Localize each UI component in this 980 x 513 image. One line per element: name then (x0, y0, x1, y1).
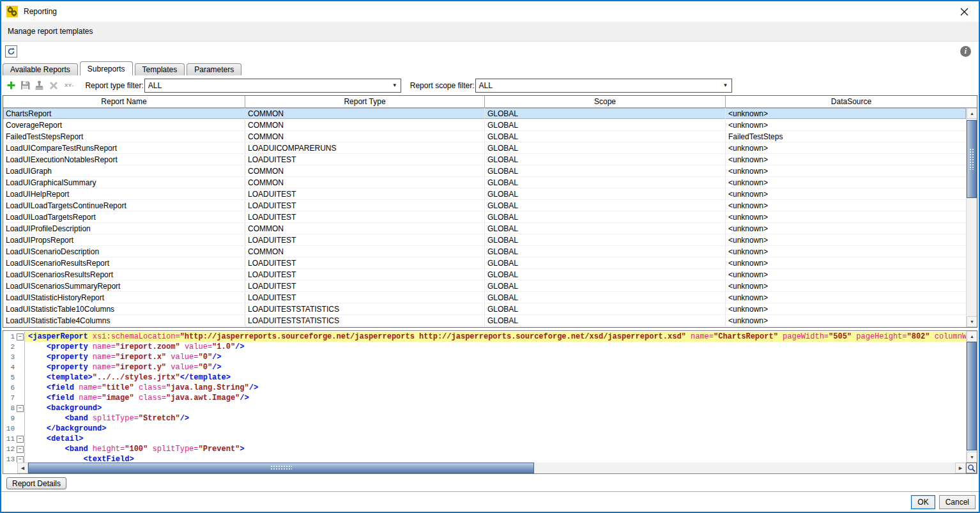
table-row[interactable]: LoadUIGraphCOMMONGLOBAL<unknown> (3, 165, 966, 177)
cell-name: LoadUILoadTargetsContinueReport (3, 200, 245, 211)
editor-scrollbar-thumb[interactable] (967, 342, 977, 450)
tab-templates[interactable]: Templates (135, 63, 185, 75)
scrollbar-track[interactable] (534, 463, 955, 473)
report-scope-filter-select[interactable]: ALL ▼ (475, 79, 732, 93)
scroll-down-button[interactable]: ▼ (967, 452, 977, 463)
scroll-right-button[interactable]: ▶ (955, 463, 966, 473)
column-header-report-name[interactable]: Report Name (3, 96, 245, 107)
table-row[interactable]: LoadUIProfileDescriptionCOMMONGLOBAL<unk… (3, 223, 966, 234)
xy-properties-button[interactable]: XY- (65, 82, 73, 88)
scroll-left-button[interactable]: ◀ (17, 463, 28, 473)
cell-type: LOADUITEST (245, 211, 485, 222)
table-row[interactable]: FailedTestStepsReportCOMMONGLOBALFailedT… (3, 131, 966, 142)
scroll-up-button[interactable]: ▲ (967, 331, 977, 342)
table-row[interactable]: LoadUILoadTargetsReportLOADUITESTGLOBAL<… (3, 211, 966, 223)
editor-vertical-scrollbar[interactable]: ▲ ▼ (966, 331, 977, 463)
zoom-button[interactable] (966, 463, 977, 473)
table-row[interactable]: LoadUIPropsReportLOADUITESTGLOBAL<unknow… (3, 234, 966, 246)
refresh-button[interactable] (5, 45, 17, 57)
cell-scope: GLOBAL (485, 108, 726, 119)
editor-horizontal-scrollbar[interactable]: ◀ ▶ (17, 463, 966, 473)
cell-name: LoadUILoadTargetsReport (3, 211, 245, 222)
fold-marker-icon[interactable] (16, 446, 24, 453)
delete-button[interactable] (47, 79, 59, 91)
table-row[interactable]: LoadUIStatisticHistoryReportLOADUITESTGL… (3, 292, 966, 303)
ok-button[interactable]: OK (911, 495, 935, 509)
cell-name: FailedTestStepsReport (3, 131, 245, 142)
table-row[interactable]: ChartsReportCOMMONGLOBAL<unknown> (3, 108, 966, 119)
cell-scope: GLOBAL (485, 188, 726, 199)
cell-scope: GLOBAL (485, 280, 726, 291)
close-button[interactable] (954, 3, 974, 20)
code-line: 7 <field name="image" class="java.awt.Im… (3, 393, 966, 403)
table-scrollbar-thumb[interactable] (967, 120, 977, 198)
tab-label: Parameters (194, 65, 234, 74)
fold-marker-icon[interactable] (16, 436, 24, 443)
cell-scope: GLOBAL (485, 177, 726, 188)
jrxml-code-editor[interactable]: 1<jasperReport xsi:schemaLocation="http:… (3, 330, 977, 474)
cell-type: LOADUITEST (245, 188, 485, 199)
column-header-report-type[interactable]: Report Type (245, 96, 485, 107)
table-row[interactable]: LoadUIScenariosSummaryReportLOADUITESTGL… (3, 280, 966, 292)
cell-name: LoadUIStatisticTable4Columns (3, 315, 245, 326)
code-line: 13 <textField> (3, 454, 966, 463)
fold-marker-icon[interactable] (16, 456, 24, 463)
info-icon[interactable]: i (960, 46, 971, 57)
chevron-down-icon: ▼ (723, 82, 728, 88)
tab-available-reports[interactable]: Available Reports (3, 63, 78, 75)
fold-marker-icon[interactable] (16, 333, 24, 341)
table-row[interactable]: CoverageReportCOMMONGLOBAL<unknown> (3, 119, 966, 131)
table-row[interactable]: LoadUICompareTestRunsReportLOADUICOMPARE… (3, 142, 966, 154)
cell-name: LoadUIStatisticHistoryReport (3, 292, 245, 303)
table-row[interactable]: LoadUIExecutionNotablesReportLOADUITESTG… (3, 154, 966, 165)
reporting-dialog: Reporting Manage report templates i Avai… (0, 0, 980, 513)
cell-scope: GLOBAL (485, 246, 726, 257)
table-row[interactable]: LoadUIScenariosResultsReportLOADUITESTGL… (3, 269, 966, 280)
table-row[interactable]: LoadUIScenarioResultsReportLOADUITESTGLO… (3, 257, 966, 269)
cell-datasource: <unknown> (726, 280, 966, 291)
table-row[interactable]: LoadUIHelpReportLOADUITESTGLOBAL<unknown… (3, 188, 966, 200)
stamp-button[interactable] (33, 79, 45, 91)
line-number: 1 (3, 332, 16, 342)
tab-subreports[interactable]: Subreports (80, 61, 133, 75)
code-line: 3 <property name="ireport.x" value="0"/> (3, 352, 966, 362)
close-icon (960, 8, 969, 16)
code-line: 8 <background> (3, 403, 966, 413)
refresh-icon (7, 47, 15, 56)
cell-scope: GLOBAL (485, 257, 726, 268)
table-row[interactable]: LoadUIStatisticTable4ColumnsLOADUITESTST… (3, 315, 966, 326)
code-line: 9 <band splitType="Stretch"/> (3, 413, 966, 424)
add-report-button[interactable] (5, 79, 17, 91)
fold-marker-icon[interactable] (16, 405, 24, 412)
cell-datasource: <unknown> (726, 177, 966, 188)
cell-type: COMMON (245, 177, 485, 188)
save-report-button[interactable] (19, 79, 31, 91)
cell-type: COMMON (245, 165, 485, 176)
cancel-button[interactable]: Cancel (939, 495, 976, 509)
scroll-up-button[interactable]: ▲ (967, 108, 977, 119)
cell-type: COMMON (245, 131, 485, 142)
table-row[interactable]: LoadUIStatisticTable10ColumnsLOADUITESTS… (3, 303, 966, 315)
cell-name: ChartsReport (3, 108, 245, 119)
tab-parameters[interactable]: Parameters (187, 63, 241, 75)
tab-bar: Available ReportsSubreportsTemplatesPara… (1, 61, 979, 75)
code-line: 6 <field name="title" class="java.lang.S… (3, 383, 966, 393)
code-text: <band height="100" splitType="Prevent"> (24, 444, 966, 454)
code-text: </background> (24, 424, 966, 434)
line-number: 2 (3, 342, 16, 352)
column-header-scope[interactable]: Scope (485, 96, 726, 107)
report-type-filter-value: ALL (148, 81, 162, 90)
cell-name: LoadUIGraph (3, 165, 245, 176)
scroll-down-button[interactable]: ▼ (967, 316, 977, 327)
report-type-filter-select[interactable]: ALL ▼ (144, 79, 401, 93)
left-arrow-icon: ◀ (21, 466, 24, 471)
table-row[interactable]: LoadUILoadTargetsContinueReportLOADUITES… (3, 200, 966, 211)
editor-hscrollbar-thumb[interactable] (28, 463, 534, 473)
cell-scope: GLOBAL (485, 223, 726, 234)
cell-type: LOADUITEST (245, 154, 485, 165)
table-row[interactable]: LoadUIScenarioDescriptionCOMMONGLOBAL<un… (3, 246, 966, 257)
table-vertical-scrollbar[interactable]: ▲ ▼ (966, 108, 977, 327)
column-header-datasource[interactable]: DataSource (726, 96, 977, 107)
report-details-tab[interactable]: Report Details (6, 477, 66, 489)
table-row[interactable]: LoadUIGraphicalSummaryCOMMONGLOBAL<unkno… (3, 177, 966, 188)
